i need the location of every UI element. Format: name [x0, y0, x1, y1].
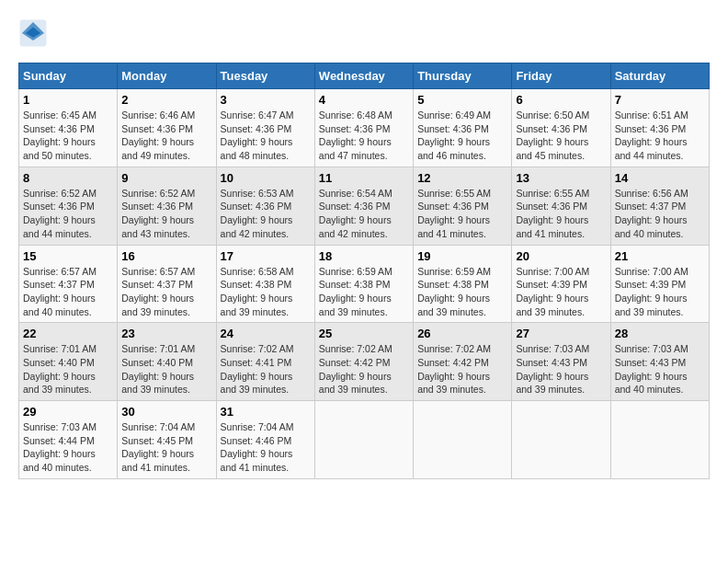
day-info: Sunrise: 6:48 AM Sunset: 4:36 PM Dayligh… [319, 109, 409, 163]
day-number: 20 [516, 249, 606, 263]
day-header-friday: Friday [512, 63, 610, 89]
day-info: Sunrise: 6:53 AM Sunset: 4:36 PM Dayligh… [221, 187, 311, 241]
calendar-cell: 8Sunrise: 6:52 AM Sunset: 4:36 PM Daylig… [19, 167, 118, 245]
calendar-week-row: 22Sunrise: 7:01 AM Sunset: 4:40 PM Dayli… [19, 323, 710, 401]
day-number: 3 [221, 93, 311, 107]
day-number: 6 [516, 93, 606, 107]
day-info: Sunrise: 6:50 AM Sunset: 4:36 PM Dayligh… [516, 109, 606, 163]
day-number: 4 [319, 93, 409, 107]
calendar-cell: 6Sunrise: 6:50 AM Sunset: 4:36 PM Daylig… [512, 89, 610, 167]
day-info: Sunrise: 7:01 AM Sunset: 4:40 PM Dayligh… [121, 342, 211, 396]
day-info: Sunrise: 6:55 AM Sunset: 4:36 PM Dayligh… [417, 187, 507, 241]
day-number: 25 [319, 327, 409, 340]
day-info: Sunrise: 7:03 AM Sunset: 4:44 PM Dayligh… [23, 420, 113, 475]
day-info: Sunrise: 6:59 AM Sunset: 4:38 PM Dayligh… [417, 265, 507, 319]
calendar-cell: 2Sunrise: 6:46 AM Sunset: 4:36 PM Daylig… [118, 89, 216, 167]
calendar-cell: 21Sunrise: 7:00 AM Sunset: 4:39 PM Dayli… [610, 245, 709, 323]
day-info: Sunrise: 7:00 AM Sunset: 4:39 PM Dayligh… [615, 265, 705, 319]
calendar-cell: 26Sunrise: 7:02 AM Sunset: 4:42 PM Dayli… [414, 323, 512, 401]
logo-icon [18, 18, 48, 48]
day-header-monday: Monday [118, 63, 216, 89]
day-header-sunday: Sunday [19, 63, 118, 89]
calendar-cell: 7Sunrise: 6:51 AM Sunset: 4:36 PM Daylig… [610, 89, 709, 167]
calendar-cell: 1Sunrise: 6:45 AM Sunset: 4:36 PM Daylig… [19, 89, 118, 167]
logo [18, 18, 51, 48]
calendar-cell: 12Sunrise: 6:55 AM Sunset: 4:36 PM Dayli… [414, 167, 512, 245]
calendar-cell: 4Sunrise: 6:48 AM Sunset: 4:36 PM Daylig… [314, 89, 413, 167]
day-info: Sunrise: 6:57 AM Sunset: 4:37 PM Dayligh… [121, 265, 211, 319]
day-number: 16 [121, 249, 211, 263]
page-header [18, 18, 710, 48]
day-number: 7 [615, 93, 705, 107]
day-header-wednesday: Wednesday [314, 63, 413, 89]
day-number: 28 [615, 327, 705, 340]
day-info: Sunrise: 7:00 AM Sunset: 4:39 PM Dayligh… [516, 265, 606, 319]
day-info: Sunrise: 6:52 AM Sunset: 4:36 PM Dayligh… [23, 187, 113, 241]
calendar-cell [314, 401, 413, 479]
day-info: Sunrise: 7:02 AM Sunset: 4:42 PM Dayligh… [319, 342, 409, 396]
day-number: 10 [221, 171, 311, 185]
day-number: 13 [516, 171, 606, 185]
calendar-table: SundayMondayTuesdayWednesdayThursdayFrid… [18, 63, 710, 479]
calendar-week-row: 8Sunrise: 6:52 AM Sunset: 4:36 PM Daylig… [19, 167, 710, 245]
calendar-cell: 20Sunrise: 7:00 AM Sunset: 4:39 PM Dayli… [512, 245, 610, 323]
day-header-tuesday: Tuesday [216, 63, 314, 89]
calendar-cell: 25Sunrise: 7:02 AM Sunset: 4:42 PM Dayli… [314, 323, 413, 401]
day-info: Sunrise: 7:04 AM Sunset: 4:46 PM Dayligh… [221, 420, 311, 475]
day-info: Sunrise: 6:57 AM Sunset: 4:37 PM Dayligh… [23, 265, 113, 319]
day-number: 23 [121, 327, 211, 340]
day-info: Sunrise: 6:52 AM Sunset: 4:36 PM Dayligh… [121, 187, 211, 241]
day-number: 17 [221, 249, 311, 263]
day-info: Sunrise: 7:01 AM Sunset: 4:40 PM Dayligh… [23, 342, 113, 396]
day-info: Sunrise: 7:02 AM Sunset: 4:41 PM Dayligh… [221, 342, 311, 396]
calendar-cell: 11Sunrise: 6:54 AM Sunset: 4:36 PM Dayli… [314, 167, 413, 245]
calendar-cell: 16Sunrise: 6:57 AM Sunset: 4:37 PM Dayli… [118, 245, 216, 323]
calendar-week-row: 1Sunrise: 6:45 AM Sunset: 4:36 PM Daylig… [19, 89, 710, 167]
calendar-cell: 14Sunrise: 6:56 AM Sunset: 4:37 PM Dayli… [610, 167, 709, 245]
day-number: 24 [221, 327, 311, 340]
day-info: Sunrise: 6:46 AM Sunset: 4:36 PM Dayligh… [121, 109, 211, 163]
day-number: 8 [23, 171, 113, 185]
day-number: 9 [121, 171, 211, 185]
calendar-cell: 9Sunrise: 6:52 AM Sunset: 4:36 PM Daylig… [118, 167, 216, 245]
calendar-cell: 3Sunrise: 6:47 AM Sunset: 4:36 PM Daylig… [216, 89, 314, 167]
day-number: 18 [319, 249, 409, 263]
calendar-cell: 30Sunrise: 7:04 AM Sunset: 4:45 PM Dayli… [118, 401, 216, 479]
day-number: 2 [121, 93, 211, 107]
day-number: 15 [23, 249, 113, 263]
calendar-cell: 31Sunrise: 7:04 AM Sunset: 4:46 PM Dayli… [216, 401, 314, 479]
day-number: 29 [23, 405, 113, 419]
calendar-cell [414, 401, 512, 479]
calendar-cell: 29Sunrise: 7:03 AM Sunset: 4:44 PM Dayli… [19, 401, 118, 479]
calendar-cell [512, 401, 610, 479]
day-info: Sunrise: 7:03 AM Sunset: 4:43 PM Dayligh… [516, 342, 606, 396]
calendar-cell [610, 401, 709, 479]
calendar-cell: 22Sunrise: 7:01 AM Sunset: 4:40 PM Dayli… [19, 323, 118, 401]
calendar-cell: 19Sunrise: 6:59 AM Sunset: 4:38 PM Dayli… [414, 245, 512, 323]
day-number: 22 [23, 327, 113, 340]
day-number: 30 [121, 405, 211, 419]
day-number: 19 [417, 249, 507, 263]
calendar-cell: 23Sunrise: 7:01 AM Sunset: 4:40 PM Dayli… [118, 323, 216, 401]
day-number: 31 [221, 405, 311, 419]
calendar-cell: 24Sunrise: 7:02 AM Sunset: 4:41 PM Dayli… [216, 323, 314, 401]
day-info: Sunrise: 6:54 AM Sunset: 4:36 PM Dayligh… [319, 187, 409, 241]
day-info: Sunrise: 7:04 AM Sunset: 4:45 PM Dayligh… [121, 420, 211, 475]
calendar-week-row: 15Sunrise: 6:57 AM Sunset: 4:37 PM Dayli… [19, 245, 710, 323]
day-number: 14 [615, 171, 705, 185]
day-info: Sunrise: 6:47 AM Sunset: 4:36 PM Dayligh… [221, 109, 311, 163]
day-number: 21 [615, 249, 705, 263]
calendar-cell: 13Sunrise: 6:55 AM Sunset: 4:36 PM Dayli… [512, 167, 610, 245]
day-header-saturday: Saturday [610, 63, 709, 89]
day-info: Sunrise: 6:45 AM Sunset: 4:36 PM Dayligh… [23, 109, 113, 163]
calendar-cell: 5Sunrise: 6:49 AM Sunset: 4:36 PM Daylig… [414, 89, 512, 167]
day-info: Sunrise: 7:03 AM Sunset: 4:43 PM Dayligh… [615, 342, 705, 396]
day-number: 26 [417, 327, 507, 340]
day-info: Sunrise: 6:51 AM Sunset: 4:36 PM Dayligh… [615, 109, 705, 163]
calendar-cell: 28Sunrise: 7:03 AM Sunset: 4:43 PM Dayli… [610, 323, 709, 401]
day-number: 12 [417, 171, 507, 185]
day-info: Sunrise: 6:56 AM Sunset: 4:37 PM Dayligh… [615, 187, 705, 241]
day-number: 1 [23, 93, 113, 107]
calendar-cell: 17Sunrise: 6:58 AM Sunset: 4:38 PM Dayli… [216, 245, 314, 323]
day-number: 5 [417, 93, 507, 107]
